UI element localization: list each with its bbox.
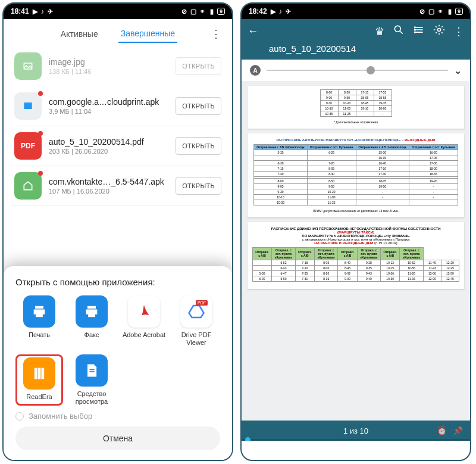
signal-icon: ▮ (210, 8, 214, 15)
youtube-icon: ▶ (271, 8, 275, 15)
svg-rect-4 (35, 368, 37, 379)
statusbar: 18:42 ▶ ♪ ✈ ⊘ ▢ ᯤ ▮ 9 (242, 4, 470, 19)
sheet-title: Открыть с помощью приложения: (15, 277, 220, 287)
tab-active[interactable]: Активные (58, 26, 101, 42)
svg-rect-6 (42, 368, 45, 379)
svg-point-15 (415, 29, 416, 30)
tiktok-icon: ♪ (279, 8, 283, 15)
print-icon (23, 295, 55, 328)
app-fax[interactable]: Факс (68, 295, 115, 347)
svg-marker-3 (189, 306, 204, 317)
battery-icon: 9 (217, 8, 225, 15)
reader-viewport[interactable]: A ⌄ 8-008-5017-1517-559-009-5018-0518-55… (242, 60, 470, 441)
downloads-tabs: Активные Завершенные ⋮ (4, 19, 232, 46)
file-row[interactable]: PDF auto_5_10_20200514.pdf 203 КБ | 26.0… (11, 126, 225, 166)
battery-icon: 9 (455, 8, 463, 15)
svg-rect-8 (90, 371, 95, 372)
file-list: image.jpg 138 КБ | 11:46 ОТКРЫТЬ com.goo… (4, 46, 232, 206)
app-viewer[interactable]: Средство просмотра (68, 354, 115, 406)
new-badge-icon (38, 131, 43, 136)
file-name: com.google.a…cloudprint.apk (49, 97, 176, 107)
wifi-icon: ᯤ (200, 8, 206, 15)
new-badge-icon (38, 171, 43, 176)
app-adobe-acrobat[interactable]: Adobe Acrobat (120, 295, 168, 347)
app-grid: Печать Факс Adobe Acrobat Drive PDF View… (15, 295, 220, 406)
brightness-slider[interactable] (267, 70, 448, 71)
page-title: РАСПИСАНИЕ ДВИЖЕНИЯ ПЕРЕВОЗЧИКОВ НЕГОСУД… (252, 227, 459, 245)
auto-brightness-icon[interactable]: A (250, 65, 261, 76)
app-print[interactable]: Печать (15, 295, 63, 347)
pdf-page: РАСПИСАНИЕ АВТОБУСОВ МАРШРУТА №5 «НОВОПО… (248, 133, 464, 217)
dnd-icon: ⊘ (419, 8, 425, 15)
page-note: * Дополнительные отправления (252, 120, 459, 124)
status-time: 18:42 (249, 7, 267, 15)
vibrate-icon: ▢ (190, 8, 196, 15)
app-readera[interactable]: ReadEra (15, 354, 63, 406)
page-title: РАСПИСАНИЕ АВТОБУСОВ МАРШРУТА №5 «НОВОПО… (252, 138, 459, 142)
open-with-sheet: Открыть с помощью приложения: Печать Фак… (4, 266, 232, 460)
checkbox-icon[interactable] (15, 412, 24, 421)
settings-icon[interactable] (433, 24, 445, 39)
phone-left: 18:41 ▶ ♪ ✈ ⊘ ▢ ᯤ ▮ 9 Активные Завершенн… (2, 2, 233, 461)
pdf-file-icon: PDF (14, 132, 42, 160)
remember-choice[interactable]: Запомнить выбор (15, 412, 220, 421)
file-row[interactable]: com.google.a…cloudprint.apk 3,9 МБ | 11:… (11, 86, 225, 126)
chevron-down-icon[interactable]: ⌄ (454, 65, 462, 76)
svg-point-16 (415, 32, 416, 33)
open-button[interactable]: ОТКРЫТЬ (176, 57, 221, 75)
tab-completed[interactable]: Завершенные (118, 25, 177, 43)
cancel-button[interactable]: Отмена (15, 426, 220, 450)
signal-icon: ▮ (448, 8, 452, 15)
search-icon[interactable] (393, 24, 405, 39)
back-icon[interactable]: ← (248, 25, 258, 38)
dnd-icon: ⊘ (181, 8, 187, 15)
viewer-icon (76, 354, 108, 387)
apk-file-icon (14, 92, 42, 120)
alarm-icon[interactable]: ⏰ (437, 426, 447, 435)
pin-icon[interactable]: 📌 (453, 426, 463, 435)
file-row[interactable]: com.vkontakte…_6.5-5447.apk 107 МБ | 16.… (11, 166, 225, 206)
progress-bar[interactable] (242, 439, 470, 441)
file-row[interactable]: image.jpg 138 КБ | 11:46 ОТКРЫТЬ (11, 46, 225, 86)
svg-point-9 (394, 26, 400, 32)
telegram-icon: ✈ (48, 8, 53, 15)
open-button[interactable]: ОТКРЫТЬ (176, 177, 221, 195)
contents-icon[interactable] (413, 24, 425, 39)
statusbar: 18:41 ▶ ♪ ✈ ⊘ ▢ ᯤ ▮ 9 (4, 4, 232, 19)
svg-rect-7 (90, 369, 95, 370)
reader-toolbar: ← ♛ ⋮ auto_5_10_20200514 (242, 19, 470, 60)
file-name: com.vkontakte…_6.5-5447.apk (49, 177, 176, 186)
overflow-menu-icon[interactable]: ⋮ (211, 27, 221, 41)
file-meta: 203 КБ | 26.06.2020 (49, 148, 176, 155)
svg-line-10 (400, 32, 403, 34)
svg-rect-0 (24, 63, 32, 69)
premium-icon[interactable]: ♛ (375, 25, 384, 38)
page-indicator: 1 из 10 (343, 426, 368, 435)
fax-icon (76, 295, 108, 328)
svg-point-14 (415, 27, 416, 28)
apk-file-icon (14, 172, 42, 200)
acrobat-icon (128, 295, 160, 328)
brightness-strip: A ⌄ (242, 60, 470, 81)
vibrate-icon: ▢ (428, 8, 434, 15)
svg-rect-2 (24, 102, 32, 104)
open-button[interactable]: ОТКРЫТЬ (176, 97, 221, 115)
file-meta: 3,9 МБ | 11:04 (49, 108, 176, 115)
status-time: 18:41 (11, 7, 29, 15)
file-meta: 138 КБ | 11:46 (49, 68, 176, 75)
telegram-icon: ✈ (286, 8, 291, 15)
file-name: image.jpg (49, 57, 176, 67)
open-button[interactable]: ОТКРЫТЬ (176, 137, 221, 155)
file-meta: 107 МБ | 16.06.2020 (49, 188, 176, 195)
svg-point-17 (438, 29, 441, 32)
pdf-page: РАСПИСАНИЕ ДВИЖЕНИЯ ПЕРЕВОЗЧИКОВ НЕГОСУД… (248, 222, 464, 289)
drive-pdf-icon (180, 295, 212, 328)
document-title: auto_5_10_20200514 (248, 43, 464, 54)
reader-footer: 1 из 10 ⏰ 📌 (242, 421, 470, 441)
image-file-icon (14, 52, 42, 80)
app-drive-pdf[interactable]: Drive PDF Viewer (173, 295, 220, 347)
overflow-menu-icon[interactable]: ⋮ (453, 25, 464, 38)
new-badge-icon (38, 91, 43, 96)
phone-right: 18:42 ▶ ♪ ✈ ⊘ ▢ ᯤ ▮ 9 ← ♛ ⋮ (240, 2, 471, 461)
tiktok-icon: ♪ (41, 8, 45, 15)
